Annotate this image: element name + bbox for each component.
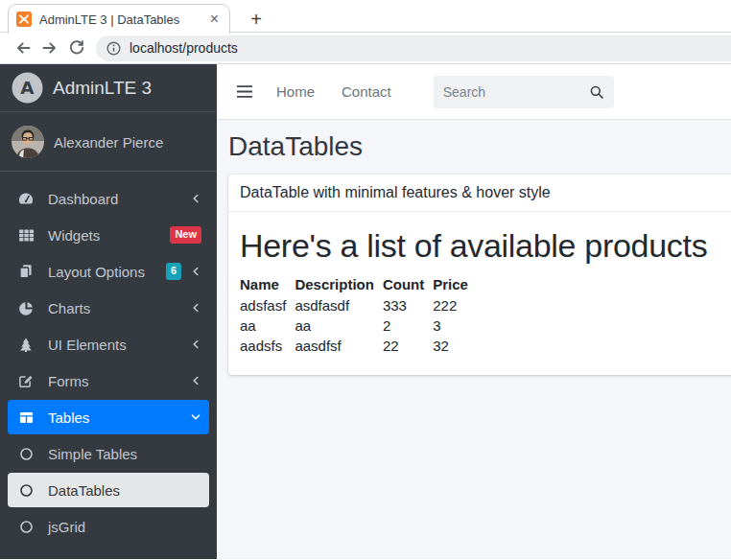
table-cell: asdfasdf <box>295 295 383 315</box>
info-icon[interactable] <box>106 40 122 57</box>
tachometer-icon <box>15 190 36 207</box>
table-header-row: NameDescriptionCountPrice <box>240 273 477 295</box>
browser-tab[interactable]: AdminLTE 3 | DataTables × <box>8 4 230 34</box>
card-header: DataTable with minimal features & hover … <box>228 175 731 212</box>
sidebar-item-dashboard[interactable]: Dashboard <box>8 181 209 216</box>
circle-icon <box>15 482 36 499</box>
products-table: NameDescriptionCountPriceadsfasfasdfasdf… <box>240 273 477 356</box>
column-header: Description <box>295 273 383 295</box>
sidebar-item-ui-elements[interactable]: UI Elements <box>8 327 209 362</box>
table-cell: 2 <box>383 315 433 336</box>
page-title: DataTables <box>228 131 731 162</box>
sidebar-item-jsgrid[interactable]: jsGrid <box>8 509 209 544</box>
sidebar-item-tables[interactable]: Tables <box>8 400 209 434</box>
sidebar-item-widgets[interactable]: Widgets New <box>8 218 209 252</box>
forward-icon[interactable] <box>36 35 63 61</box>
table-cell: 32 <box>433 336 477 356</box>
grid-icon <box>15 227 36 244</box>
sidebar-item-forms[interactable]: Forms <box>8 363 209 398</box>
user-name: Alexander Pierce <box>54 134 163 151</box>
table-icon <box>15 409 36 426</box>
browser-tab-strip: AdminLTE 3 | DataTables × + <box>0 0 731 33</box>
new-badge: New <box>170 226 201 243</box>
table-row[interactable]: aaaa23 <box>240 315 477 336</box>
table-cell: 3 <box>433 315 477 336</box>
card-body: Here's a list of available products Name… <box>228 212 731 375</box>
table-cell: adsfasf <box>240 295 295 315</box>
brand-link[interactable]: A AdminLTE 3 <box>0 64 217 112</box>
column-header: Price <box>433 273 477 295</box>
navbar-search <box>434 76 614 108</box>
nav-link-home[interactable]: Home <box>276 83 315 100</box>
adminlte-logo-icon: A <box>12 72 43 104</box>
column-header: Name <box>240 273 295 295</box>
svg-text:A: A <box>20 78 35 98</box>
back-icon[interactable] <box>10 35 36 61</box>
table-cell: aa <box>295 315 383 336</box>
tree-icon <box>15 337 36 353</box>
table-cell: 222 <box>433 295 477 315</box>
table-row[interactable]: adsfasfasdfasdf333222 <box>240 295 477 315</box>
tab-close-icon[interactable]: × <box>207 12 222 27</box>
search-input[interactable] <box>443 84 589 100</box>
user-panel[interactable]: Alexander Pierce <box>0 112 217 172</box>
user-avatar <box>12 126 44 158</box>
sidebar-item-datatables[interactable]: DataTables <box>8 473 209 507</box>
chevron-down-icon <box>190 411 201 423</box>
reload-icon[interactable] <box>63 35 90 61</box>
brand-title: AdminLTE 3 <box>53 78 152 99</box>
sidebar: A AdminLTE 3 <box>0 64 217 559</box>
top-navbar: Home Contact <box>217 64 731 120</box>
browser-toolbar: localhost/products <box>0 33 731 64</box>
chevron-left-icon <box>190 193 201 204</box>
chevron-left-icon <box>190 338 201 350</box>
column-header: Count <box>383 273 433 295</box>
nav-link-contact[interactable]: Contact <box>342 83 391 100</box>
sidebar-item-charts[interactable]: Charts <box>8 291 209 325</box>
sidebar-nav: Dashboard Widgets New Layou <box>0 172 217 546</box>
screen: AdminLTE 3 | DataTables × + localhost/pr… <box>0 0 731 560</box>
main-area: Home Contact DataTables DataTable with m… <box>217 64 731 559</box>
chevron-left-icon <box>190 266 201 277</box>
new-tab-button[interactable]: + <box>243 6 270 33</box>
chevron-left-icon <box>190 375 201 386</box>
content-area: DataTables DataTable with minimal featur… <box>217 120 731 559</box>
url-text: localhost/products <box>130 40 238 56</box>
table-row[interactable]: aadsfsaasdfsf2232 <box>240 336 477 356</box>
sidebar-item-simple-tables[interactable]: Simple Tables <box>8 436 209 471</box>
hamburger-icon[interactable] <box>236 84 253 99</box>
sidebar-item-layout-options[interactable]: Layout Options 6 <box>8 254 209 289</box>
tab-title: AdminLTE 3 | DataTables <box>39 12 207 27</box>
edit-icon <box>15 373 36 388</box>
pie-chart-icon <box>15 300 36 316</box>
address-bar[interactable]: localhost/products <box>96 35 731 61</box>
chevron-left-icon <box>190 302 201 314</box>
table-cell: 333 <box>383 295 433 315</box>
datatable-card: DataTable with minimal features & hover … <box>228 175 731 375</box>
circle-icon <box>15 446 36 462</box>
copy-icon <box>15 264 36 279</box>
table-cell: aasdfsf <box>295 336 383 356</box>
table-cell: 22 <box>383 336 433 356</box>
count-badge: 6 <box>166 263 181 279</box>
tab-favicon-icon <box>16 12 32 27</box>
circle-icon <box>15 519 36 535</box>
table-cell: aa <box>240 315 295 336</box>
table-cell: aadsfs <box>240 336 295 356</box>
products-heading: Here's a list of available products <box>240 227 731 265</box>
search-icon[interactable] <box>589 84 604 100</box>
